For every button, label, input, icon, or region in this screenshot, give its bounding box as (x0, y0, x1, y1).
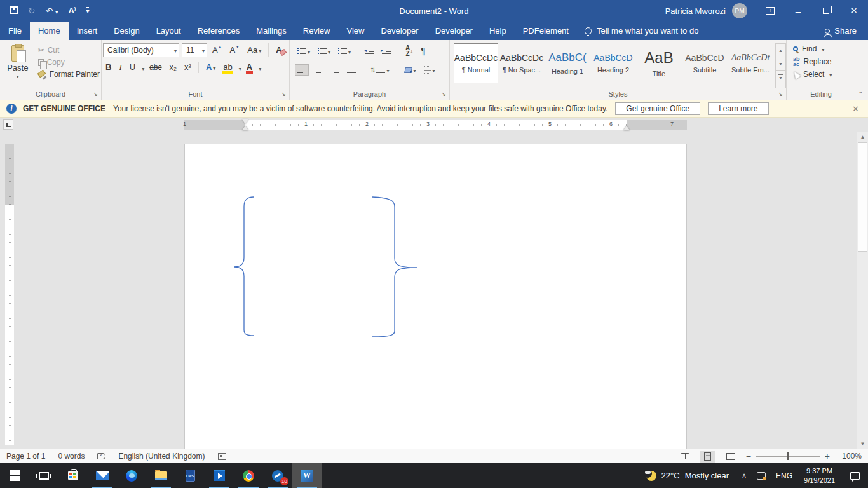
grow-font-button[interactable]: A▲ (210, 44, 225, 56)
borders-button[interactable] (421, 63, 438, 76)
start-button[interactable] (0, 463, 29, 488)
align-right-button[interactable] (328, 64, 342, 76)
highlight-dropdown-icon[interactable] (238, 63, 241, 72)
style-heading-1[interactable]: AaBbC( Heading 1 (545, 43, 590, 83)
styles-gallery-more-icon[interactable]: ▼ (776, 71, 785, 84)
collapse-ribbon-icon[interactable]: ⌃ (858, 91, 863, 97)
learn-more-button[interactable]: Learn more (708, 102, 768, 115)
show-hide-formatting-button[interactable]: ¶ (418, 44, 428, 58)
zoom-slider-thumb[interactable] (787, 452, 789, 460)
style-subtle-emphasis[interactable]: AaBbCcDt Subtle Em... (728, 43, 773, 83)
styles-dialog-launcher[interactable]: ↘ (778, 92, 783, 97)
connect-display-icon[interactable] (757, 472, 766, 480)
zoom-level[interactable]: 100% (837, 452, 862, 461)
proofing-status[interactable] (97, 453, 105, 459)
show-hidden-icons-chevron[interactable]: ∧ (736, 471, 752, 480)
read-aloud-icon[interactable]: A) (68, 6, 76, 15)
notice-close-icon[interactable]: ✕ (852, 104, 859, 114)
input-language-indicator[interactable]: ENG (771, 471, 797, 480)
mail-app-button[interactable] (88, 463, 117, 488)
style-no-spacing[interactable]: AaBbCcDc ¶ No Spac... (499, 43, 544, 83)
first-line-indent-marker[interactable] (242, 119, 248, 124)
clipboard-dialog-launcher[interactable]: ↘ (93, 92, 98, 97)
font-name-combobox[interactable]: Calibri (Body) (103, 43, 179, 57)
left-brace-shape[interactable] (234, 197, 254, 336)
user-avatar[interactable]: PM (732, 3, 747, 18)
paste-button[interactable]: Paste ▾ (1, 43, 34, 88)
sort-button[interactable]: AZ↓ (403, 43, 416, 58)
strikethrough-button[interactable]: abc (147, 62, 164, 73)
ribbon-display-options-button[interactable]: ↑ (756, 0, 784, 22)
tab-file[interactable]: File (0, 22, 30, 40)
zoom-out-button[interactable]: − (746, 451, 751, 461)
paste-dropdown-icon[interactable]: ▾ (17, 74, 19, 79)
bullets-button[interactable] (295, 44, 313, 58)
line-spacing-button[interactable]: ⇅ (368, 63, 392, 76)
undo-icon[interactable]: ↶ ▾ (46, 6, 58, 15)
tab-pdfelement[interactable]: PDFelement (515, 22, 577, 40)
tab-references[interactable]: References (189, 22, 248, 40)
font-dialog-launcher[interactable]: ↘ (281, 92, 286, 97)
share-button[interactable]: Share (813, 22, 868, 40)
tab-developer-2[interactable]: Developer (427, 22, 481, 40)
align-center-button[interactable] (311, 64, 325, 76)
replace-button[interactable]: abacReplace (793, 57, 854, 67)
vertical-ruler[interactable] (5, 144, 14, 445)
clock-widget[interactable]: 9:37 PM 9/19/2021 (797, 466, 841, 485)
hanging-indent-marker[interactable] (242, 126, 248, 130)
save-icon[interactable] (10, 6, 18, 15)
word-count-status[interactable]: 0 words (58, 452, 85, 461)
macro-recording-status[interactable] (218, 453, 226, 460)
horizontal-ruler[interactable]: 1 1 2 3 4 5 6 7 (184, 120, 687, 130)
web-layout-button[interactable] (723, 451, 738, 463)
right-indent-marker[interactable] (623, 126, 630, 130)
microsoft-store-button[interactable] (58, 463, 88, 488)
clear-formatting-button[interactable]: A (273, 44, 284, 56)
tab-home[interactable]: Home (30, 22, 69, 40)
customize-quick-access-icon[interactable]: ▾ (86, 7, 89, 15)
read-mode-button[interactable] (677, 451, 693, 463)
tab-layout[interactable]: Layout (148, 22, 189, 40)
weather-widget[interactable]: 22°C Mostly clear (639, 471, 736, 481)
tab-review[interactable]: Review (295, 22, 339, 40)
justify-button[interactable] (344, 64, 358, 76)
lms-app-button[interactable]: LMS (175, 463, 205, 488)
italic-button[interactable]: I (116, 62, 124, 73)
shrink-font-button[interactable]: A▼ (227, 44, 243, 56)
subscript-button[interactable]: x₂ (167, 62, 180, 73)
tab-mailings[interactable]: Mailings (248, 22, 295, 40)
edge-browser-button[interactable] (117, 463, 146, 488)
change-case-button[interactable]: Aa (245, 44, 264, 56)
increase-indent-button[interactable] (379, 45, 393, 57)
style-normal[interactable]: AaBbCcDc ¶ Normal (454, 43, 498, 83)
tab-developer-1[interactable]: Developer (372, 22, 426, 40)
zoom-slider[interactable] (756, 456, 820, 457)
style-title[interactable]: AaB Title (637, 43, 681, 83)
underline-dropdown-icon[interactable] (140, 63, 144, 72)
user-name[interactable]: Patricia Mworozi (665, 6, 726, 16)
restore-button[interactable] (812, 0, 840, 22)
action-center-button[interactable] (841, 472, 868, 480)
select-button[interactable]: Select (793, 70, 854, 79)
language-status[interactable]: English (United Kingdom) (118, 452, 205, 461)
zoom-in-button[interactable]: + (825, 451, 830, 461)
styles-scroll-up-icon[interactable]: ▲ (776, 44, 785, 57)
style-subtitle[interactable]: AaBbCcD Subtitle (682, 43, 727, 83)
task-view-button[interactable] (29, 463, 58, 488)
copy-button[interactable]: Copy (38, 58, 100, 67)
close-button[interactable]: × (840, 0, 868, 22)
decrease-indent-button[interactable] (363, 45, 377, 57)
shading-button[interactable] (402, 63, 419, 76)
font-size-combobox[interactable]: 11 (182, 43, 207, 57)
print-layout-button[interactable] (700, 451, 715, 463)
underline-button[interactable]: U (127, 62, 138, 73)
font-color-dropdown-icon[interactable] (257, 63, 261, 72)
font-color-button[interactable]: A (244, 62, 255, 73)
superscript-button[interactable]: x² (182, 62, 194, 73)
redo-icon[interactable]: ↻ (28, 6, 36, 15)
chrome-button[interactable] (234, 463, 263, 488)
numbering-button[interactable] (315, 44, 333, 58)
page-count-status[interactable]: Page 1 of 1 (6, 452, 45, 461)
bold-button[interactable]: B (103, 62, 114, 73)
align-left-button[interactable] (295, 64, 309, 76)
